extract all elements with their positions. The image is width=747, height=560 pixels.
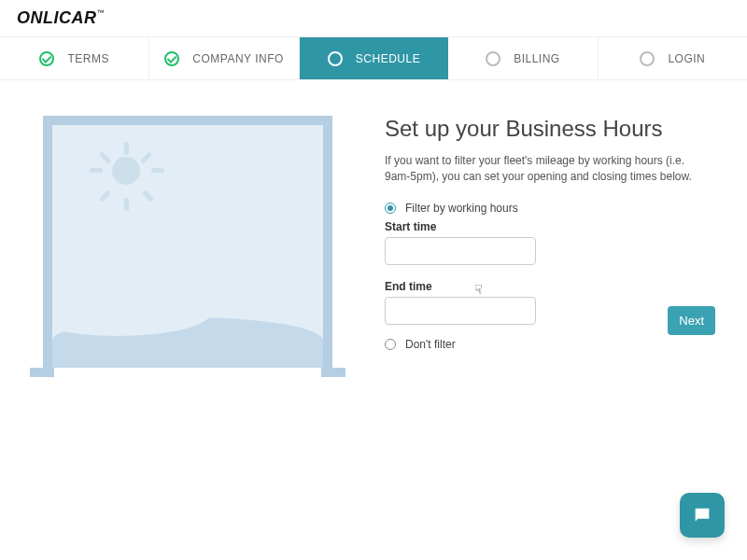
- business-hours-form: Set up your Business Hours If you want t…: [385, 116, 715, 377]
- end-time-label: End time: [385, 280, 715, 293]
- step-label: BILLING: [514, 52, 560, 65]
- circle-icon: [328, 51, 343, 66]
- sky: [52, 125, 323, 368]
- radio-label: Filter by working hours: [405, 202, 518, 215]
- illustration-window: [43, 116, 332, 377]
- logo-text: ONLICAR: [17, 8, 97, 27]
- radio-label: Don't filter: [405, 338, 456, 351]
- radio-icon: [385, 339, 396, 350]
- step-login[interactable]: LOGIN: [599, 37, 747, 79]
- circle-icon: [640, 51, 655, 66]
- check-icon: [39, 51, 54, 66]
- step-label: SCHEDULE: [356, 52, 420, 65]
- step-billing[interactable]: BILLING: [448, 37, 598, 79]
- header: ONLICAR™: [0, 0, 747, 37]
- circle-icon: [486, 51, 500, 66]
- step-company-info[interactable]: COMPANY INFO: [149, 37, 299, 79]
- end-time-input[interactable]: [385, 297, 536, 325]
- next-button[interactable]: Next: [668, 306, 715, 335]
- radio-icon: [385, 203, 396, 214]
- content-area: Set up your Business Hours If you want t…: [0, 80, 747, 377]
- logo: ONLICAR™: [17, 8, 105, 28]
- check-icon: [164, 51, 179, 66]
- chat-widget-button[interactable]: [680, 493, 725, 538]
- logo-tm: ™: [97, 8, 106, 17]
- step-schedule[interactable]: SCHEDULE: [300, 37, 448, 79]
- radio-dont-filter[interactable]: Don't filter: [385, 338, 715, 351]
- chat-icon: [692, 505, 712, 525]
- step-label: TERMS: [67, 52, 109, 65]
- page-description: If you want to filter your fleet's milea…: [385, 153, 702, 185]
- radio-filter-by-hours[interactable]: Filter by working hours: [385, 202, 715, 215]
- start-time-input[interactable]: [385, 237, 536, 265]
- step-terms[interactable]: TERMS: [0, 37, 149, 79]
- hills: [52, 317, 323, 368]
- step-tabs: TERMS COMPANY INFO SCHEDULE BILLING LOGI…: [0, 37, 747, 80]
- step-label: COMPANY INFO: [192, 52, 284, 65]
- sun-icon: [112, 157, 140, 185]
- step-label: LOGIN: [668, 52, 705, 65]
- page-title: Set up your Business Hours: [385, 116, 715, 142]
- start-time-label: Start time: [385, 220, 715, 233]
